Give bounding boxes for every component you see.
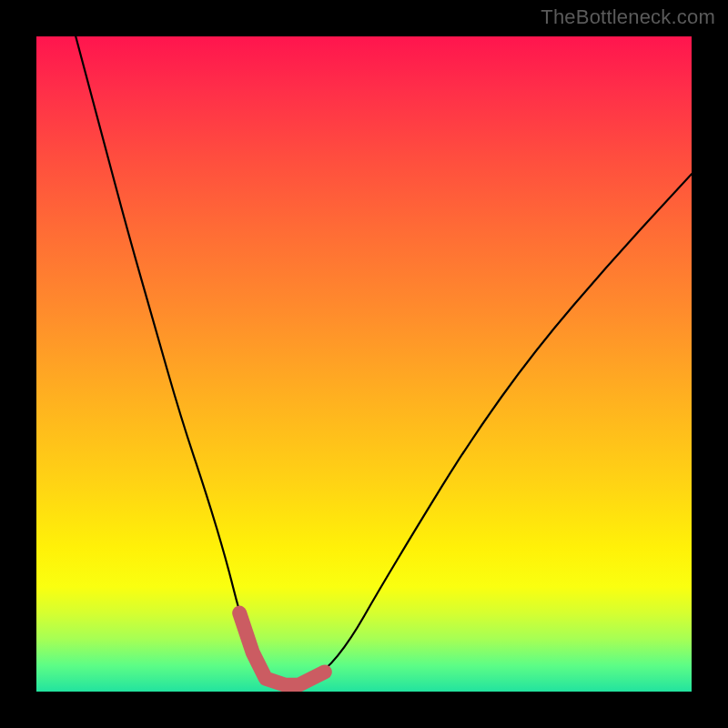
watermark-text: TheBottleneck.com [541,5,715,29]
bottleneck-curve [76,36,692,685]
valley-highlight [239,613,325,685]
plot-area [36,36,692,692]
chart-frame: TheBottleneck.com [0,0,728,728]
curve-layer [36,36,692,692]
